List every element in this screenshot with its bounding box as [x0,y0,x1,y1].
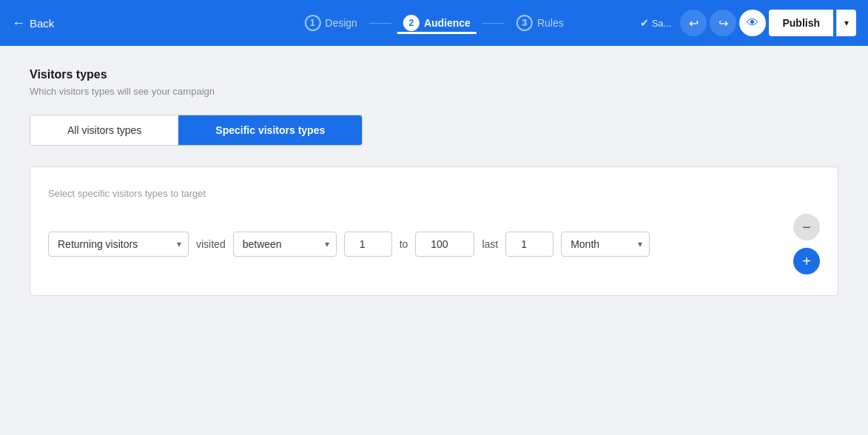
period-select[interactable]: Month Week Day [561,232,650,257]
step-audience-label: Audience [424,17,471,29]
nav-steps: 1 Design 2 Audience 3 Rules [298,12,569,34]
step-audience[interactable]: 2 Audience [397,12,477,34]
redo-icon: ↪ [719,16,728,30]
nav-right: ✔ Sa... ↩ ↪ 👁 Publish ▾ [640,10,856,36]
visitor-type-select[interactable]: Returning visitors New visitors All visi… [48,232,189,257]
step-audience-badge: 2 [403,15,420,31]
redo-button[interactable]: ↪ [710,10,736,36]
step-rules-badge: 3 [517,15,533,31]
target-label: Select specific visitors types to target [48,188,820,199]
visitor-type-wrapper: Returning visitors New visitors All visi… [48,232,189,257]
add-rule-button[interactable]: + [793,248,820,274]
condition-select[interactable]: between more than less than exactly [233,232,337,257]
condition-wrapper: between more than less than exactly [233,232,337,257]
visited-text: visited [196,238,226,250]
publish-button[interactable]: Publish [769,10,833,36]
to-text: to [400,238,408,250]
chevron-down-icon: ▾ [844,18,849,28]
undo-button[interactable]: ↩ [680,10,707,36]
section-title: Visitors types [30,68,838,81]
last-text: last [482,238,498,250]
back-label: Back [30,17,54,30]
rule-row: Returning visitors New visitors All visi… [48,214,820,274]
eye-icon: 👁 [747,16,758,30]
value-to-input[interactable] [415,232,474,257]
value-from-input[interactable] [344,232,392,257]
minus-icon: − [802,219,811,236]
step-rules[interactable]: 3 Rules [511,12,570,34]
visitor-type-toggle: All visitors types Specific visitors typ… [30,115,363,146]
back-arrow-icon: ← [12,16,25,31]
all-visitors-button[interactable]: All visitors types [30,115,178,145]
check-icon: ✔ [640,17,649,29]
save-indicator: ✔ Sa... [640,17,672,29]
back-button[interactable]: ← Back [12,16,54,31]
undo-icon: ↩ [689,16,699,30]
step-design-badge: 1 [304,15,320,31]
step-design[interactable]: 1 Design [298,12,363,34]
specific-visitors-button[interactable]: Specific visitors types [178,115,362,145]
actions-col: − + [793,214,820,274]
preview-button[interactable]: 👁 [739,10,766,36]
step-design-label: Design [325,17,357,29]
target-box: Select specific visitors types to target… [30,166,838,296]
period-wrapper: Month Week Day [561,232,650,257]
publish-chevron-button[interactable]: ▾ [836,10,856,36]
plus-icon: + [802,253,811,270]
step-divider-2 [482,23,505,24]
step-divider-1 [369,23,391,24]
section-subtitle: Which visitors types will see your campa… [30,86,838,97]
save-text: Sa... [652,18,672,29]
top-nav: ← Back 1 Design 2 Audience 3 Rules ✔ Sa.… [0,0,868,46]
step-rules-label: Rules [537,17,564,29]
main-content: Visitors types Which visitors types will… [0,46,868,435]
last-value-input[interactable] [505,232,554,257]
remove-rule-button[interactable]: − [793,214,820,240]
